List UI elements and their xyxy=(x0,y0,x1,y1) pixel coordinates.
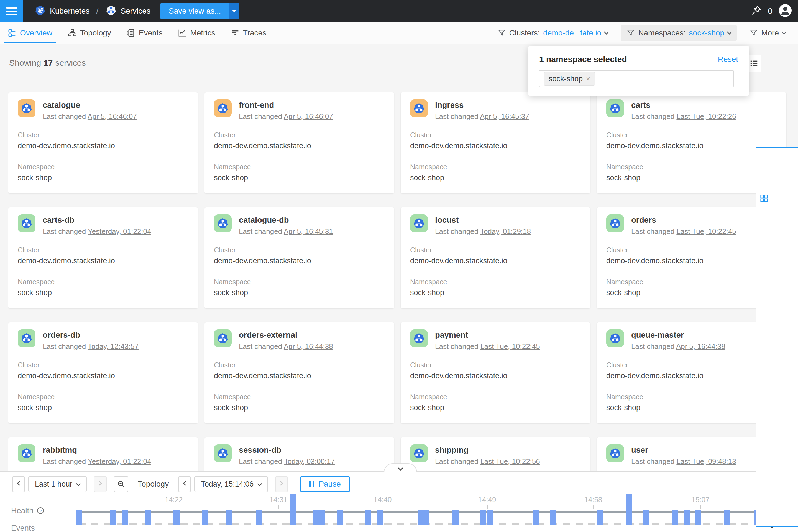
last-changed-link[interactable]: Last Tue, 10:22:26 xyxy=(676,112,736,120)
time-previous-button[interactable] xyxy=(178,476,191,492)
event-bar[interactable] xyxy=(337,510,343,525)
event-bar[interactable] xyxy=(226,510,232,525)
event-bar[interactable] xyxy=(202,510,208,525)
hamburger-menu-icon[interactable] xyxy=(0,0,23,22)
namespace-link[interactable]: sock-shop xyxy=(410,403,444,412)
cluster-link[interactable]: demo-dev.demo.stackstate.io xyxy=(606,256,704,265)
cluster-link[interactable]: demo-dev.demo.stackstate.io xyxy=(410,141,507,150)
last-changed-link[interactable]: Apr 5, 16:44:38 xyxy=(676,342,725,350)
namespace-link[interactable]: sock-shop xyxy=(18,173,52,182)
tab-overview[interactable]: Overview xyxy=(0,22,60,43)
event-bar[interactable] xyxy=(626,494,632,525)
event-bar[interactable] xyxy=(312,510,319,525)
event-bar[interactable] xyxy=(76,510,82,525)
event-bar[interactable] xyxy=(377,510,383,525)
service-name-link[interactable]: payment xyxy=(435,330,468,340)
namespace-link[interactable]: sock-shop xyxy=(606,403,640,412)
pin-icon[interactable] xyxy=(750,5,762,17)
cluster-link[interactable]: demo-dev.demo.stackstate.io xyxy=(214,141,311,150)
last-changed-link[interactable]: Last Tue, 10:22:45 xyxy=(480,342,540,350)
last-changed-link[interactable]: Yesterday, 01:22:04 xyxy=(88,457,151,466)
service-name-link[interactable]: rabbitmq xyxy=(43,445,77,455)
tab-topology[interactable]: Topology xyxy=(60,22,119,43)
service-name-link[interactable]: queue-master xyxy=(631,330,684,340)
service-name-link[interactable]: session-db xyxy=(239,445,281,455)
tab-traces[interactable]: Traces xyxy=(223,22,274,43)
namespace-link[interactable]: sock-shop xyxy=(410,173,444,182)
breadcrumb-view[interactable]: Services xyxy=(121,7,150,16)
last-changed-link[interactable]: Apr 5, 16:45:31 xyxy=(284,227,333,235)
more-filters-button[interactable]: More xyxy=(744,25,791,41)
cluster-link[interactable]: demo-dev.demo.stackstate.io xyxy=(18,372,115,380)
event-bar[interactable] xyxy=(672,510,678,525)
event-bar[interactable] xyxy=(643,510,649,525)
event-bar[interactable] xyxy=(597,510,604,525)
reset-button[interactable]: Reset xyxy=(718,55,738,64)
namespaces-filter-button[interactable]: Namespaces: sock-shop xyxy=(621,25,737,41)
last-changed-link[interactable]: Apr 5, 16:45:37 xyxy=(480,112,529,120)
list-view-button[interactable] xyxy=(747,55,761,72)
cluster-link[interactable]: demo-dev.demo.stackstate.io xyxy=(606,372,704,380)
range-previous-button[interactable] xyxy=(12,476,25,492)
event-bar[interactable] xyxy=(319,510,325,525)
service-name-link[interactable]: user xyxy=(631,445,648,455)
namespace-link[interactable]: sock-shop xyxy=(214,173,248,182)
pause-button[interactable]: Pause xyxy=(300,476,350,492)
cluster-link[interactable]: demo-dev.demo.stackstate.io xyxy=(18,141,115,150)
service-name-link[interactable]: front-end xyxy=(239,100,274,110)
event-bar[interactable] xyxy=(550,510,556,525)
zoom-out-button[interactable] xyxy=(114,476,128,492)
last-changed-link[interactable]: Today, 01:29:18 xyxy=(480,227,531,235)
service-name-link[interactable]: ingress xyxy=(435,100,463,110)
last-changed-link[interactable]: Apr 5, 16:46:07 xyxy=(284,112,333,120)
event-bar[interactable] xyxy=(487,510,493,525)
breadcrumb-app[interactable]: Kubernetes xyxy=(50,7,90,16)
service-name-link[interactable]: locust xyxy=(435,215,459,225)
time-next-button[interactable] xyxy=(275,476,288,492)
service-name-link[interactable]: catalogue-db xyxy=(239,215,289,225)
namespace-link[interactable]: sock-shop xyxy=(410,288,444,297)
event-bar[interactable] xyxy=(256,510,262,525)
service-name-link[interactable]: shipping xyxy=(435,445,469,455)
namespace-link[interactable]: sock-shop xyxy=(606,173,640,182)
event-bar[interactable] xyxy=(695,510,701,525)
time-range-dropdown[interactable]: Last 1 hour xyxy=(28,476,87,492)
last-changed-link[interactable]: Today, 12:43:57 xyxy=(88,342,138,350)
tab-events[interactable]: Events xyxy=(119,22,170,43)
help-icon[interactable]: ? xyxy=(36,507,44,515)
tab-metrics[interactable]: Metrics xyxy=(170,22,223,43)
event-bar[interactable] xyxy=(290,494,296,525)
last-changed-link[interactable]: Last Tue, 10:22:56 xyxy=(480,457,540,466)
event-bar[interactable] xyxy=(453,510,459,525)
event-bar[interactable] xyxy=(533,510,539,525)
last-changed-link[interactable]: Last Tue, 09:48:13 xyxy=(676,457,736,466)
user-avatar[interactable] xyxy=(779,4,792,18)
event-bar[interactable] xyxy=(418,510,424,525)
save-view-as-button[interactable]: Save view as... xyxy=(160,3,239,19)
last-changed-link[interactable]: Apr 5, 16:46:07 xyxy=(88,112,137,120)
namespace-link[interactable]: sock-shop xyxy=(18,403,52,412)
cluster-link[interactable]: demo-dev.demo.stackstate.io xyxy=(214,256,311,265)
grid-view-button[interactable] xyxy=(756,147,798,527)
event-bar[interactable] xyxy=(480,510,486,525)
service-name-link[interactable]: orders-db xyxy=(43,330,80,340)
service-name-link[interactable]: orders xyxy=(631,215,656,225)
save-view-dropdown-arrow[interactable] xyxy=(229,3,239,19)
service-name-link[interactable]: carts-db xyxy=(43,215,74,225)
service-name-link[interactable]: carts xyxy=(631,100,650,110)
cluster-link[interactable]: demo-dev.demo.stackstate.io xyxy=(410,256,507,265)
event-bar[interactable] xyxy=(173,510,179,525)
range-next-button[interactable] xyxy=(94,476,107,492)
event-bar[interactable] xyxy=(122,510,128,525)
cluster-link[interactable]: demo-dev.demo.stackstate.io xyxy=(410,372,507,380)
event-bar[interactable] xyxy=(724,510,730,525)
event-bar[interactable] xyxy=(684,510,690,525)
clusters-filter-button[interactable]: Clusters: demo-de...tate.io xyxy=(492,25,614,41)
panel-collapse-tab[interactable] xyxy=(384,463,417,472)
event-bar[interactable] xyxy=(110,510,116,525)
event-bar[interactable] xyxy=(423,510,430,525)
cluster-link[interactable]: demo-dev.demo.stackstate.io xyxy=(18,256,115,265)
cluster-link[interactable]: demo-dev.demo.stackstate.io xyxy=(214,372,311,380)
service-name-link[interactable]: catalogue xyxy=(43,100,80,110)
topology-time-dropdown[interactable]: Today, 15:14:06 xyxy=(194,476,268,492)
